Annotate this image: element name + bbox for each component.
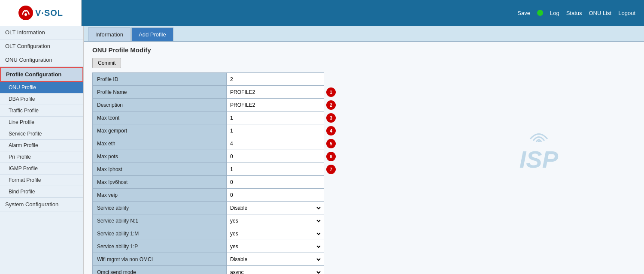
field-value-5[interactable]: 5: [227, 137, 324, 150]
field-label-7: Max Iphost: [93, 163, 227, 176]
field-label-0: Profile ID: [93, 73, 227, 86]
field-label-6: Max pots: [93, 150, 227, 163]
badge-3: 3: [326, 113, 336, 123]
input-8[interactable]: [228, 178, 322, 186]
input-6[interactable]: [228, 153, 322, 160]
sidebar-item-onu-profile[interactable]: ONU Profile: [0, 82, 83, 93]
commit-button[interactable]: Commit: [92, 58, 121, 68]
badge-1: 1: [326, 87, 336, 97]
field-label-14: Wifi mgmt via non OMCI: [93, 253, 227, 266]
field-value-14[interactable]: DisableEnable: [227, 253, 324, 266]
sidebar-item-olt-config[interactable]: OLT Configuration: [0, 39, 83, 53]
select-15[interactable]: asyncsync: [228, 269, 322, 274]
save-button[interactable]: Save: [517, 10, 530, 16]
badge-5: 5: [326, 139, 336, 148]
form-table: Profile IDProfile Name1Description2Max t…: [92, 72, 324, 274]
field-value-9[interactable]: [227, 189, 324, 202]
field-label-2: Description: [93, 99, 227, 111]
input-9[interactable]: [228, 191, 322, 199]
field-label-13: Service ability 1:P: [93, 240, 227, 253]
field-value-12[interactable]: yesno: [227, 227, 324, 240]
field-value-2[interactable]: 2: [227, 99, 324, 111]
badge-4: 4: [326, 126, 336, 135]
select-12[interactable]: yesno: [228, 230, 322, 237]
field-label-12: Service ability 1:M: [93, 227, 227, 240]
content-area: InformationAdd Profile ONU Profile Modif…: [84, 26, 644, 274]
svg-point-0: [18, 6, 33, 20]
field-value-10[interactable]: DisableEnable: [227, 202, 324, 214]
svg-point-1: [24, 13, 27, 16]
field-label-10: Service ability: [93, 202, 227, 214]
field-value-8[interactable]: [227, 176, 324, 189]
field-value-7[interactable]: 7: [227, 163, 324, 176]
sidebar-item-line-profile[interactable]: Line Profile: [0, 117, 83, 128]
sidebar-item-bind-profile[interactable]: Bind Profile: [0, 186, 83, 198]
field-label-5: Max eth: [93, 137, 227, 150]
input-0[interactable]: [228, 75, 322, 83]
field-value-4[interactable]: 4: [227, 124, 324, 137]
isp-watermark: ISP: [519, 127, 558, 173]
field-label-15: Omci send mode: [93, 266, 227, 274]
logout-button[interactable]: Logout: [618, 10, 635, 16]
field-value-6[interactable]: 6: [227, 150, 324, 163]
sidebar: OLT InformationOLT ConfigurationONU Conf…: [0, 26, 84, 274]
top-header: Save Log Status ONU List Logout: [82, 0, 644, 26]
page-title: ONU Profile Modify: [92, 46, 635, 54]
badge-7: 7: [326, 165, 336, 174]
sidebar-item-onu-config[interactable]: ONU Configuration: [0, 53, 83, 67]
sidebar-item-service-profile[interactable]: Service Profile: [0, 128, 83, 140]
logo-text: V·SOL: [35, 8, 63, 18]
badge-2: 2: [326, 100, 336, 110]
logo-icon: [18, 5, 33, 21]
input-3[interactable]: [228, 114, 322, 122]
sidebar-item-pri-profile[interactable]: Pri Profile: [0, 151, 83, 163]
status-button[interactable]: Status: [566, 10, 582, 16]
tab-add-profile[interactable]: Add Profile: [131, 27, 173, 41]
input-7[interactable]: [228, 166, 322, 173]
tab-information[interactable]: Information: [88, 27, 131, 41]
onu-list-button[interactable]: ONU List: [589, 10, 612, 16]
field-label-3: Max tcont: [93, 111, 227, 124]
log-button[interactable]: Log: [550, 10, 559, 16]
sidebar-item-format-profile[interactable]: Format Profile: [0, 175, 83, 186]
field-value-15[interactable]: asyncsync: [227, 266, 324, 274]
field-label-1: Profile Name: [93, 86, 227, 99]
field-label-4: Max gemport: [93, 124, 227, 137]
badge-6: 6: [326, 152, 336, 161]
sidebar-item-traffic-profile[interactable]: Traffic Profile: [0, 105, 83, 117]
field-value-1[interactable]: 1: [227, 86, 324, 99]
status-indicator: [537, 10, 543, 16]
field-value-13[interactable]: yesno: [227, 240, 324, 253]
input-5[interactable]: [228, 140, 322, 148]
select-10[interactable]: DisableEnable: [228, 205, 322, 211]
input-4[interactable]: [228, 127, 322, 135]
tab-bar: InformationAdd Profile: [84, 26, 644, 42]
sidebar-item-igmp-profile[interactable]: IGMP Profile: [0, 163, 83, 175]
field-value-3[interactable]: 3: [227, 111, 324, 124]
sidebar-item-profile-config[interactable]: Profile Configuration: [0, 67, 83, 82]
field-value-0[interactable]: [227, 73, 324, 86]
field-value-11[interactable]: yesno: [227, 214, 324, 227]
sidebar-item-system-config[interactable]: System Configuration: [0, 198, 83, 211]
field-label-8: Max Ipv6host: [93, 176, 227, 189]
svg-point-2: [538, 141, 540, 142]
input-2[interactable]: [228, 101, 322, 109]
sidebar-item-olt-info[interactable]: OLT Information: [0, 26, 83, 39]
logo-area: V·SOL: [0, 0, 82, 26]
select-13[interactable]: yesno: [228, 243, 322, 250]
sidebar-item-alarm-profile[interactable]: Alarm Profile: [0, 140, 83, 151]
field-label-11: Service ability N:1: [93, 214, 227, 227]
field-label-9: Max veip: [93, 189, 227, 202]
select-14[interactable]: DisableEnable: [228, 256, 322, 263]
select-11[interactable]: yesno: [228, 217, 322, 224]
input-1[interactable]: [228, 88, 322, 96]
sidebar-item-dba-profile[interactable]: DBA Profile: [0, 93, 83, 105]
